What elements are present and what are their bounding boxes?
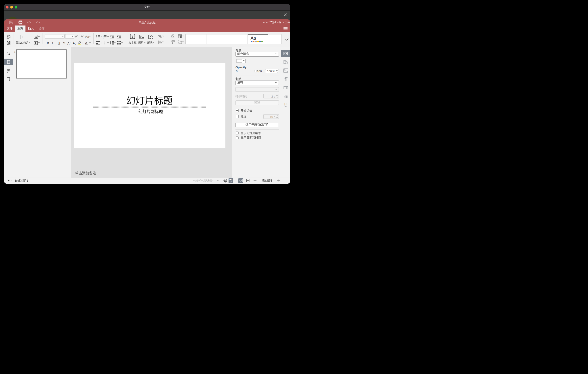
svg-text:a: a — [285, 102, 287, 106]
svg-text:3: 3 — [103, 37, 104, 38]
svg-text:ABC: ABC — [229, 179, 232, 180]
